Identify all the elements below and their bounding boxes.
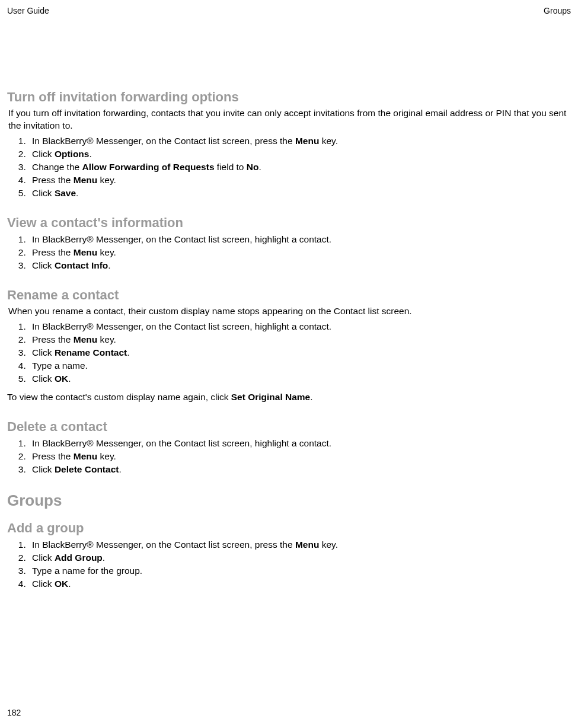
step-item: Press the Menu key.	[28, 246, 571, 259]
step-item: In BlackBerry® Messenger, on the Contact…	[28, 233, 571, 246]
step-item: Click Contact Info.	[28, 259, 571, 272]
step-item: Press the Menu key.	[28, 333, 571, 346]
section-intro: When you rename a contact, their custom …	[8, 305, 571, 318]
step-item: In BlackBerry® Messenger, on the Contact…	[28, 135, 571, 148]
section-turn-off-invitation-forwarding: Turn off invitation forwarding options I…	[7, 90, 571, 200]
page-header: User Guide Groups	[7, 6, 571, 15]
step-item: Click Rename Contact.	[28, 346, 571, 359]
step-item: Type a name for the group.	[28, 564, 571, 577]
section-heading: Delete a contact	[7, 419, 571, 435]
chapter-heading-groups: Groups	[7, 491, 571, 510]
section-add-group: Add a group In BlackBerry® Messenger, on…	[7, 521, 571, 590]
section-view-contact-info: View a contact's information In BlackBer…	[7, 215, 571, 272]
section-intro: If you turn off invitation forwarding, c…	[8, 107, 571, 132]
step-list: In BlackBerry® Messenger, on the Contact…	[7, 233, 571, 272]
section-postnote: To view the contact's custom display nam…	[7, 391, 571, 404]
step-item: Change the Allow Forwarding of Requests …	[28, 161, 571, 174]
step-list: In BlackBerry® Messenger, on the Contact…	[7, 538, 571, 590]
section-rename-contact: Rename a contact When you rename a conta…	[7, 288, 571, 404]
header-left: User Guide	[7, 6, 49, 15]
step-list: In BlackBerry® Messenger, on the Contact…	[7, 320, 571, 385]
step-item: In BlackBerry® Messenger, on the Contact…	[28, 538, 571, 551]
step-item: In BlackBerry® Messenger, on the Contact…	[28, 320, 571, 333]
step-item: Click Save.	[28, 187, 571, 200]
step-item: In BlackBerry® Messenger, on the Contact…	[28, 437, 571, 450]
step-item: Click Add Group.	[28, 551, 571, 564]
step-item: Type a name.	[28, 359, 571, 372]
section-heading: Turn off invitation forwarding options	[7, 90, 571, 105]
step-item: Click Options.	[28, 148, 571, 161]
step-item: Click Delete Contact.	[28, 463, 571, 476]
page-number: 182	[7, 708, 21, 717]
step-item: Press the Menu key.	[28, 450, 571, 463]
step-item: Click OK.	[28, 372, 571, 385]
step-list: In BlackBerry® Messenger, on the Contact…	[7, 437, 571, 476]
section-heading: Add a group	[7, 521, 571, 536]
step-list: In BlackBerry® Messenger, on the Contact…	[7, 135, 571, 200]
step-item: Press the Menu key.	[28, 174, 571, 187]
section-heading: Rename a contact	[7, 288, 571, 303]
section-heading: View a contact's information	[7, 215, 571, 231]
section-delete-contact: Delete a contact In BlackBerry® Messenge…	[7, 419, 571, 476]
step-item: Click OK.	[28, 577, 571, 590]
header-right: Groups	[544, 6, 571, 15]
